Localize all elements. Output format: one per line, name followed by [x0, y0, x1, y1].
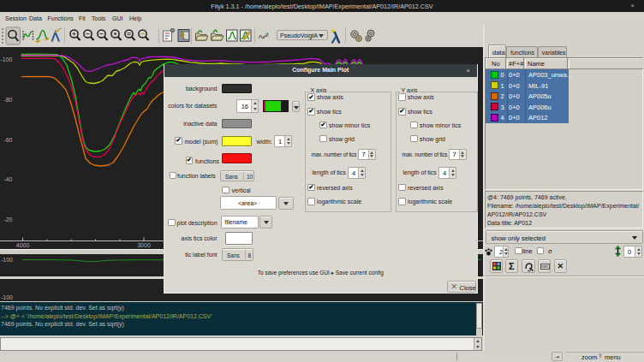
svg-text:-20: -20	[3, 217, 12, 223]
svg-text:-60: -60	[3, 137, 12, 143]
svg-text:-40: -40	[3, 176, 12, 182]
svg-text:3000: 3000	[137, 242, 151, 248]
svg-text:-80: -80	[3, 97, 12, 103]
svg-text:-100: -100	[0, 56, 12, 62]
svg-text:4000: 4000	[16, 242, 30, 248]
